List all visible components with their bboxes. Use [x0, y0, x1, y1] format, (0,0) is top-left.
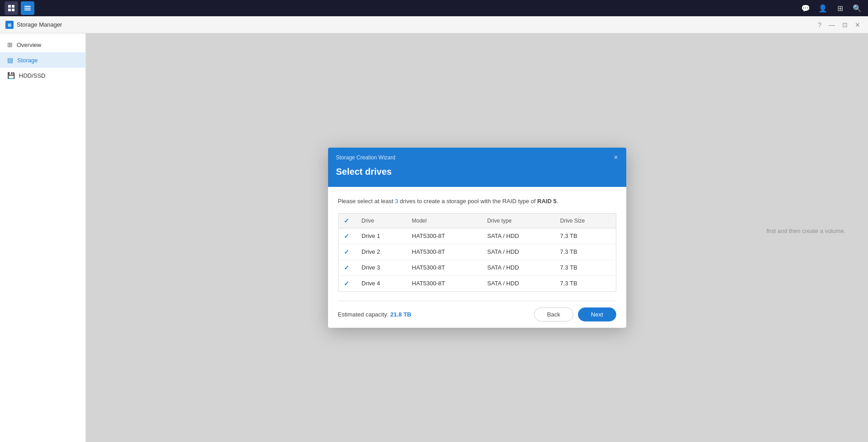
sidebar-item-hdd-ssd[interactable]: 💾 HDD/SSD — [0, 68, 85, 83]
window-icon[interactable]: ⊞ — [834, 2, 846, 14]
modal-header: Storage Creation Wizard × Select drives — [328, 148, 626, 187]
row2-drive: Drive 2 — [356, 244, 407, 260]
modal-body: Please select at least 3 drives to creat… — [328, 187, 626, 301]
col-drive-type: Drive type — [482, 213, 554, 228]
row3-model: HAT5300-8T — [407, 260, 482, 275]
row2-check: ✓ — [338, 244, 356, 260]
row4-check: ✓ — [338, 275, 356, 291]
next-button[interactable]: Next — [578, 307, 616, 321]
desc-bold: RAID 5 — [537, 198, 557, 205]
modal-overlay: Storage Creation Wizard × Select drives … — [86, 33, 868, 442]
taskbar: 💬 👤 ⊞ 🔍 — [0, 0, 868, 16]
wizard-title: Storage Creation Wizard — [336, 154, 395, 161]
row3-type: SATA / HDD — [482, 260, 554, 275]
col-model: Model — [407, 213, 482, 228]
close-button[interactable]: ✕ — [853, 20, 863, 29]
sidebar: ⊞ Overview ▤ Storage 💾 HDD/SSD — [0, 33, 86, 442]
app-body: ⊞ Overview ▤ Storage 💾 HDD/SSD first and… — [0, 33, 868, 442]
storage-icon-sidebar: ▤ — [7, 56, 13, 64]
row1-drive: Drive 1 — [356, 228, 407, 244]
sidebar-item-overview[interactable]: ⊞ Overview — [0, 37, 85, 52]
col-drive: Drive — [356, 213, 407, 228]
row1-check: ✓ — [338, 228, 356, 244]
footer-buttons: Back Next — [534, 307, 616, 321]
app-window: ▦ Storage Manager ? — ⊡ ✕ ⊞ Overview ▤ S… — [0, 16, 868, 442]
overview-icon: ⊞ — [7, 41, 13, 48]
table-row[interactable]: ✓ Drive 1 HAT5300-8T SATA / HDD 7.3 TB — [338, 228, 616, 244]
modal-section-title: Select drives — [336, 167, 618, 177]
table-row[interactable]: ✓ Drive 3 HAT5300-8T SATA / HDD 7.3 TB — [338, 260, 616, 275]
modal-header-top: Storage Creation Wizard × — [336, 154, 618, 161]
storage-manager-icon — [24, 6, 31, 10]
search-icon[interactable]: 🔍 — [851, 2, 863, 14]
table-header-row: ✓ Drive Model Drive type Drive Size — [338, 213, 616, 228]
user-icon[interactable]: 👤 — [816, 2, 829, 14]
estimated-capacity: Estimated capacity: 21.8 TB — [338, 311, 412, 318]
app-titlebar: ▦ Storage Manager ? — ⊡ ✕ — [0, 16, 868, 33]
row3-size: 7.3 TB — [555, 260, 616, 275]
check-icon: ✓ — [344, 280, 349, 287]
row3-drive: Drive 3 — [356, 260, 407, 275]
check-icon: ✓ — [344, 264, 349, 271]
drives-table: ✓ Drive Model Drive type Drive Size — [338, 213, 616, 292]
desc-suffix: . — [557, 198, 558, 205]
taskbar-app-storage[interactable] — [21, 1, 34, 15]
app-icon: ▦ — [5, 21, 14, 29]
row4-type: SATA / HDD — [482, 275, 554, 291]
table-row[interactable]: ✓ Drive 2 HAT5300-8T SATA / HDD 7.3 TB — [338, 244, 616, 260]
row4-size: 7.3 TB — [555, 275, 616, 291]
table-body: ✓ Drive 1 HAT5300-8T SATA / HDD 7.3 TB ✓… — [338, 228, 616, 291]
estimated-capacity-value: 21.8 TB — [390, 311, 411, 318]
desc-prefix: Please select at least — [338, 198, 395, 205]
row1-model: HAT5300-8T — [407, 228, 482, 244]
storage-creation-wizard-modal: Storage Creation Wizard × Select drives … — [328, 148, 626, 328]
main-content: first and then create a volume. Storage … — [86, 33, 868, 442]
description-text: Please select at least 3 drives to creat… — [338, 197, 616, 206]
window-controls: ? — ⊡ ✕ — [816, 20, 863, 29]
row2-type: SATA / HDD — [482, 244, 554, 260]
sidebar-item-hdd-ssd-label: HDD/SSD — [19, 72, 46, 79]
sidebar-item-storage-label: Storage — [17, 57, 38, 64]
row1-type: SATA / HDD — [482, 228, 554, 244]
header-check-icon: ✓ — [344, 217, 349, 224]
sidebar-item-overview-label: Overview — [17, 42, 41, 48]
modal-footer: Estimated capacity: 21.8 TB Back Next — [328, 301, 626, 328]
row2-model: HAT5300-8T — [407, 244, 482, 260]
row4-model: HAT5300-8T — [407, 275, 482, 291]
table-header: ✓ Drive Model Drive type Drive Size — [338, 213, 616, 228]
taskbar-right-area: 💬 👤 ⊞ 🔍 — [799, 2, 863, 14]
row4-drive: Drive 4 — [356, 275, 407, 291]
estimated-capacity-label: Estimated capacity: — [338, 311, 389, 318]
help-button[interactable]: ? — [816, 20, 824, 29]
minimize-button[interactable]: — — [826, 20, 837, 29]
check-icon: ✓ — [344, 233, 349, 240]
back-button[interactable]: Back — [534, 307, 573, 321]
row2-size: 7.3 TB — [555, 244, 616, 260]
check-icon: ✓ — [344, 248, 349, 256]
maximize-button[interactable]: ⊡ — [840, 20, 850, 29]
col-check: ✓ — [338, 213, 356, 228]
taskbar-app-grid[interactable] — [5, 1, 18, 15]
row1-size: 7.3 TB — [555, 228, 616, 244]
col-drive-size: Drive Size — [555, 213, 616, 228]
grid-icon — [8, 5, 14, 11]
app-title: Storage Manager — [17, 21, 62, 28]
table-row[interactable]: ✓ Drive 4 HAT5300-8T SATA / HDD 7.3 TB — [338, 275, 616, 291]
row3-check: ✓ — [338, 260, 356, 275]
desc-middle: drives to create a storage pool with the… — [398, 198, 537, 205]
chat-icon[interactable]: 💬 — [799, 2, 812, 14]
sidebar-item-storage[interactable]: ▤ Storage — [0, 52, 85, 68]
hdd-icon: 💾 — [7, 72, 15, 79]
modal-close-button[interactable]: × — [614, 154, 618, 161]
